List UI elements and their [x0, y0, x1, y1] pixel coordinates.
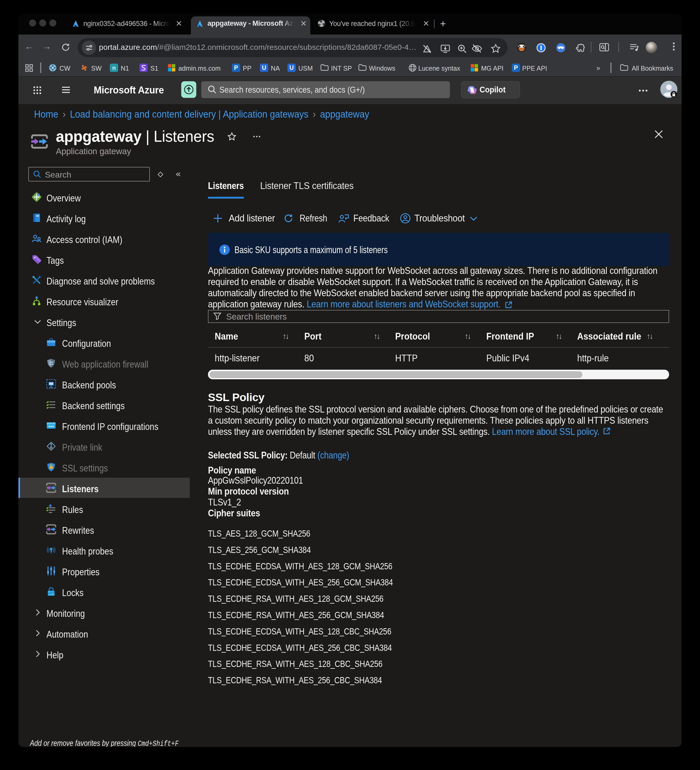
svg-text:n: n — [112, 65, 115, 71]
svg-text:U: U — [290, 65, 294, 71]
svg-text:P: P — [234, 65, 238, 71]
svg-text:U: U — [262, 65, 266, 71]
svg-text:P: P — [514, 65, 518, 71]
